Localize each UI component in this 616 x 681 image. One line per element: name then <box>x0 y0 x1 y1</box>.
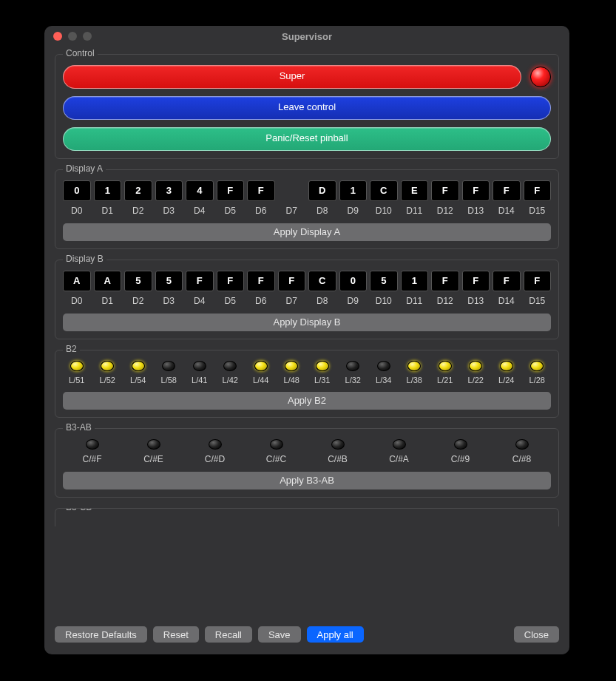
zoom-window-button[interactable] <box>83 32 92 41</box>
save-button[interactable]: Save <box>258 626 301 643</box>
hex-label: D11 <box>401 206 429 216</box>
lamp-icon[interactable] <box>346 361 359 371</box>
lamp-label: C/#A <box>370 454 428 464</box>
lamp-icon[interactable] <box>454 439 467 450</box>
hex-cell[interactable]: F <box>431 271 459 291</box>
close-button[interactable]: Close <box>514 626 559 643</box>
hex-cell[interactable]: F <box>462 271 490 291</box>
hex-cell[interactable]: F <box>278 271 306 291</box>
hex-label: D1 <box>94 206 122 216</box>
hex-label: D8 <box>308 206 336 216</box>
lamp-label: L/52 <box>94 376 122 384</box>
hex-cell[interactable]: F <box>493 271 521 291</box>
hex-cell[interactable]: F <box>186 271 214 291</box>
lamp-icon[interactable] <box>331 439 345 450</box>
supervisor-window: Supervisor Control Super Leave control P… <box>44 26 569 654</box>
lamp-icon[interactable] <box>316 361 329 371</box>
hex-cell[interactable]: F <box>431 180 459 201</box>
lamp-label: L/21 <box>431 376 459 384</box>
hex-cell[interactable]: 1 <box>339 180 368 201</box>
lamp-icon[interactable] <box>469 361 482 371</box>
hex-label: D6 <box>247 296 275 306</box>
hex-label: D0 <box>63 296 91 306</box>
hex-label: D2 <box>124 206 152 216</box>
hex-label: D3 <box>155 296 183 306</box>
lamp-icon[interactable] <box>393 439 406 450</box>
display-b-legend: Display B <box>63 254 106 264</box>
lamp-icon[interactable] <box>132 361 145 371</box>
hex-label: D14 <box>493 206 521 216</box>
panic-reset-button[interactable]: Panic/Reset pinball <box>63 127 551 151</box>
hex-cell[interactable] <box>278 180 306 201</box>
hex-cell[interactable]: 0 <box>63 180 91 201</box>
hex-label: D9 <box>339 206 368 216</box>
minimize-window-button[interactable] <box>68 32 77 41</box>
lamp-icon[interactable] <box>223 361 237 371</box>
hex-cell[interactable]: E <box>401 180 429 201</box>
hex-cell[interactable]: D <box>308 180 336 201</box>
close-window-button[interactable] <box>53 32 62 41</box>
hex-label: D2 <box>124 296 152 306</box>
lamp-icon[interactable] <box>500 361 513 371</box>
hex-cell[interactable]: 2 <box>124 180 152 201</box>
hex-cell[interactable]: 3 <box>155 180 183 201</box>
lamp-icon[interactable] <box>209 439 222 450</box>
apply-display-a-button[interactable]: Apply Display A <box>63 223 551 241</box>
window-title: Supervisor <box>44 31 569 42</box>
hex-cell[interactable]: 4 <box>186 180 214 201</box>
hex-cell[interactable]: F <box>524 271 552 291</box>
lamp-label: L/34 <box>370 376 398 384</box>
hex-cell[interactable]: A <box>94 271 122 291</box>
lamp-icon[interactable] <box>439 361 452 371</box>
lamp-icon[interactable] <box>162 361 175 371</box>
hex-label: D6 <box>247 206 275 216</box>
lamp-icon[interactable] <box>86 439 99 450</box>
hex-cell[interactable]: C <box>370 180 398 201</box>
lamp-label: L/22 <box>462 376 490 384</box>
lamp-icon[interactable] <box>530 361 544 371</box>
lamp-icon[interactable] <box>285 361 298 371</box>
apply-b3ab-button[interactable]: Apply B3-AB <box>63 472 551 489</box>
apply-b2-button[interactable]: Apply B2 <box>63 392 551 410</box>
apply-all-button[interactable]: Apply all <box>307 626 364 643</box>
hex-cell[interactable]: 0 <box>339 271 368 291</box>
reset-button[interactable]: Reset <box>153 626 199 643</box>
hex-label: D15 <box>524 296 552 306</box>
hex-cell[interactable]: 1 <box>401 271 429 291</box>
hex-cell[interactable]: F <box>247 271 275 291</box>
lamp-label: L/28 <box>524 376 552 384</box>
lamp-icon[interactable] <box>407 361 421 371</box>
lamp-icon[interactable] <box>270 439 283 450</box>
hex-cell[interactable]: F <box>524 180 552 201</box>
hex-cell[interactable]: F <box>217 271 245 291</box>
hex-label: D4 <box>186 296 214 306</box>
hex-cell[interactable]: 5 <box>155 271 183 291</box>
hex-cell[interactable]: A <box>63 271 91 291</box>
hex-cell[interactable]: 5 <box>370 271 398 291</box>
hex-cell[interactable]: C <box>308 271 336 291</box>
display-a-legend: Display A <box>63 163 106 174</box>
b3ab-legend: B3-AB <box>63 422 95 433</box>
hex-cell[interactable]: F <box>462 180 490 201</box>
lamp-icon[interactable] <box>101 361 114 371</box>
lamp-icon[interactable] <box>147 439 160 450</box>
hex-label: D15 <box>524 206 552 216</box>
recall-button[interactable]: Recall <box>205 626 252 643</box>
lamp-icon[interactable] <box>193 361 206 371</box>
b3ab-group: B3-AB C/#FC/#EC/#DC/#CC/#BC/#AC/#9C/#8 A… <box>55 428 559 498</box>
lamp-icon[interactable] <box>70 361 84 371</box>
lamp-icon[interactable] <box>254 361 268 371</box>
restore-defaults-button[interactable]: Restore Defaults <box>55 626 147 643</box>
apply-display-b-button[interactable]: Apply Display B <box>63 314 551 331</box>
hex-cell[interactable]: 1 <box>94 180 122 201</box>
hex-cell[interactable]: 5 <box>124 271 152 291</box>
lamp-label: L/38 <box>401 376 429 384</box>
hex-cell[interactable]: F <box>493 180 521 201</box>
hex-cell[interactable]: F <box>247 180 275 201</box>
leave-control-button[interactable]: Leave control <box>63 96 551 120</box>
display-b-group: Display B AA55FFFFC051FFFF D0D1D2D3D4D5D… <box>55 260 559 339</box>
super-button[interactable]: Super <box>63 65 521 89</box>
lamp-icon[interactable] <box>377 361 390 371</box>
hex-cell[interactable]: F <box>217 180 245 201</box>
lamp-icon[interactable] <box>515 439 529 450</box>
